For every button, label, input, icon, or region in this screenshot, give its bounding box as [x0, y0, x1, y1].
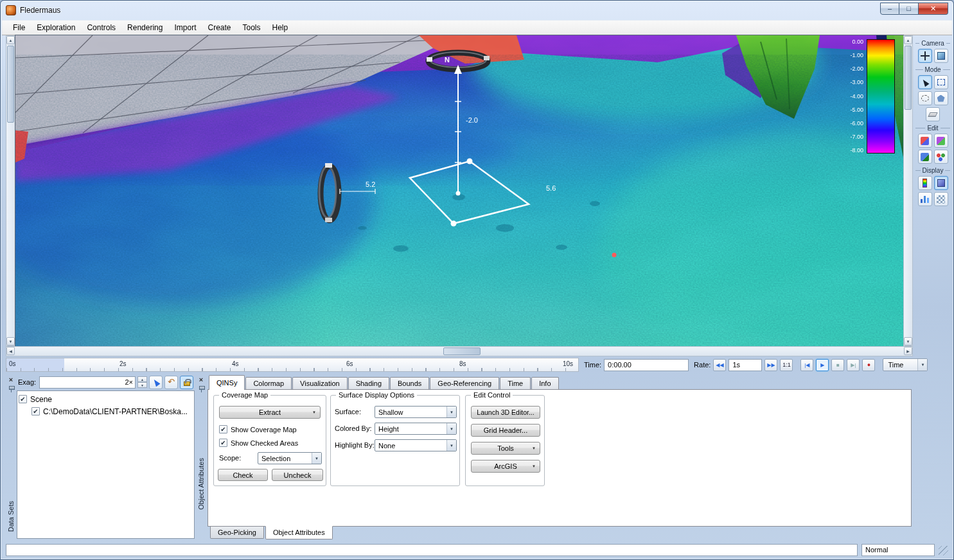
surface-dropdown[interactable]: Shallow ▼ — [375, 406, 457, 418]
grid-display-button[interactable] — [934, 192, 948, 206]
datasets-vertical-tab[interactable]: Data Sets — [7, 501, 15, 532]
menu-controls[interactable]: Controls — [81, 21, 121, 34]
scroll-up-icon[interactable]: ▲ — [6, 36, 15, 44]
scroll-thumb[interactable] — [7, 46, 14, 123]
tab-geo-referencing[interactable]: Geo-Referencing — [430, 377, 499, 390]
attributes-vertical-tab[interactable]: Object Attributes — [197, 458, 205, 510]
tab-colormap[interactable]: Colormap — [245, 377, 292, 390]
viewport-hscrollbar[interactable]: ◀ ▶ — [6, 346, 913, 356]
viewport-vscrollbar-right[interactable]: ▲ ▼ — [903, 35, 913, 346]
rubber-band-select-button[interactable] — [934, 75, 948, 89]
record-button[interactable]: ● — [862, 359, 875, 371]
tab-object-attributes[interactable]: Object Attributes — [265, 526, 333, 539]
exag-stepper[interactable]: ▲ ▼ — [137, 376, 147, 388]
undo-button[interactable]: ↶ — [164, 376, 178, 389]
minimize-button[interactable]: – — [880, 3, 899, 15]
scroll-left-icon[interactable]: ◀ — [6, 347, 15, 355]
close-button[interactable]: ✕ — [919, 3, 948, 15]
skip-end-button[interactable]: ▶| — [847, 359, 860, 371]
close-panel-icon[interactable]: × — [199, 376, 203, 383]
polygon-handle[interactable] — [451, 221, 457, 227]
dataset-label[interactable]: C:\DemoData\CLIENT-PARTNER\Boska... — [43, 407, 188, 416]
arcgis-dropdown-button[interactable]: ArcGIS ▼ — [471, 460, 540, 473]
resize-grip[interactable] — [939, 546, 948, 556]
scroll-up-icon[interactable]: ▲ — [904, 36, 912, 44]
tab-shading[interactable]: Shading — [348, 377, 389, 390]
spin-down-icon[interactable]: ▼ — [137, 382, 147, 388]
polygon-handle[interactable] — [467, 159, 473, 164]
select-mode-button[interactable] — [918, 75, 932, 89]
tab-geo-picking[interactable]: Geo-Picking — [210, 527, 264, 539]
scroll-down-icon[interactable]: ▼ — [6, 337, 15, 346]
edit-object-button[interactable] — [918, 134, 932, 148]
maximize-button[interactable]: □ — [899, 3, 919, 15]
uncheck-button[interactable]: Uncheck — [272, 469, 323, 481]
grid-header-button[interactable]: Grid Header... — [471, 424, 540, 437]
colored-by-dropdown[interactable]: Height ▼ — [375, 423, 457, 435]
show-checked-checkbox[interactable]: ✔ — [219, 439, 227, 447]
play-button[interactable]: ▶ — [816, 359, 829, 371]
menu-tools[interactable]: Tools — [237, 21, 267, 34]
tab-qinsy[interactable]: QINSy — [209, 375, 245, 390]
tree-row-scene[interactable]: ✔ Scene — [19, 393, 193, 405]
scene-checkbox[interactable]: ✔ — [19, 395, 27, 403]
launch-3d-editor-button[interactable]: Launch 3D Editor... — [471, 406, 540, 419]
rate-field[interactable]: 1s — [729, 359, 762, 371]
time-mode-dropdown[interactable]: Time ▼ — [883, 358, 928, 371]
show-coverage-checkbox[interactable]: ✔ — [219, 425, 227, 433]
pin-panel-icon[interactable] — [8, 386, 14, 392]
pin-panel-icon[interactable] — [199, 386, 204, 392]
scene-root-label[interactable]: Scene — [30, 395, 52, 404]
tab-visualization[interactable]: Visualization — [292, 377, 348, 390]
menu-rendering[interactable]: Rendering — [121, 21, 168, 34]
polygon-select-button[interactable] — [934, 91, 948, 105]
tab-time[interactable]: Time — [500, 377, 531, 390]
tools-dropdown-button[interactable]: Tools ▼ — [471, 442, 540, 455]
menu-file[interactable]: File — [7, 21, 31, 34]
tree-row-dataset[interactable]: ✔ C:\DemoData\CLIENT-PARTNER\Boska... — [19, 405, 193, 417]
timeline-ruler[interactable]: 0s 2s 4s 6s 8s 10s — [6, 358, 579, 372]
lock-button[interactable] — [180, 376, 193, 389]
title-bar[interactable]: Fledermaus – □ ✕ — [1, 1, 953, 20]
colormap-display-button[interactable] — [918, 176, 932, 190]
histogram-display-button[interactable] — [918, 192, 932, 206]
realtime-ratio-button[interactable]: 1:1 — [780, 359, 793, 371]
menu-help[interactable]: Help — [267, 21, 294, 34]
status-mode-field[interactable]: Normal — [861, 544, 935, 556]
highlight-by-dropdown[interactable]: None ▼ — [375, 439, 457, 451]
bathymetry-render[interactable]: 5.2 5.6 N -2.0 — [15, 35, 903, 346]
dataset-checkbox[interactable]: ✔ — [31, 407, 40, 416]
close-panel-icon[interactable]: × — [9, 376, 13, 383]
status-input[interactable] — [6, 544, 858, 556]
lasso-select-button[interactable] — [918, 91, 932, 105]
viewport-vscrollbar-left[interactable]: ▲ ▼ — [6, 35, 15, 346]
flat-view-button[interactable] — [926, 107, 940, 121]
edit-surface-button[interactable] — [934, 134, 948, 148]
menu-create[interactable]: Create — [202, 21, 236, 34]
tab-bounds[interactable]: Bounds — [390, 377, 429, 390]
rate-slower-button[interactable]: ◀◀ — [713, 359, 726, 371]
check-button[interactable]: Check — [218, 469, 268, 481]
scroll-thumb[interactable] — [443, 347, 481, 355]
terrain-3d-viewport[interactable]: 5.2 5.6 N -2.0 — [15, 35, 903, 346]
menu-exploration[interactable]: Exploration — [31, 21, 81, 34]
show-coverage-map-row[interactable]: ✔ Show Coverage Map — [219, 425, 297, 433]
edit-points-button[interactable] — [934, 150, 948, 164]
camera-orbit-button[interactable] — [918, 49, 932, 63]
pick-mode-button[interactable] — [149, 376, 163, 389]
camera-view-button[interactable] — [934, 49, 948, 63]
scroll-thumb[interactable] — [905, 46, 912, 110]
skip-start-button[interactable]: |◀ — [800, 359, 813, 371]
edit-area-button[interactable] — [918, 150, 932, 164]
scene-display-button[interactable] — [934, 176, 948, 190]
extract-dropdown-button[interactable]: Extract ▼ — [219, 406, 321, 419]
scope-dropdown[interactable]: Selection ▼ — [258, 452, 322, 464]
stop-button[interactable]: ■ — [831, 359, 844, 371]
rate-faster-button[interactable]: ▶▶ — [764, 359, 777, 371]
menu-import[interactable]: Import — [168, 21, 202, 34]
scroll-right-icon[interactable]: ▶ — [904, 347, 912, 355]
show-checked-areas-row[interactable]: ✔ Show Checked Areas — [219, 439, 298, 447]
scroll-down-icon[interactable]: ▼ — [904, 337, 912, 346]
tab-info[interactable]: Info — [531, 377, 558, 390]
spin-up-icon[interactable]: ▲ — [137, 376, 147, 382]
